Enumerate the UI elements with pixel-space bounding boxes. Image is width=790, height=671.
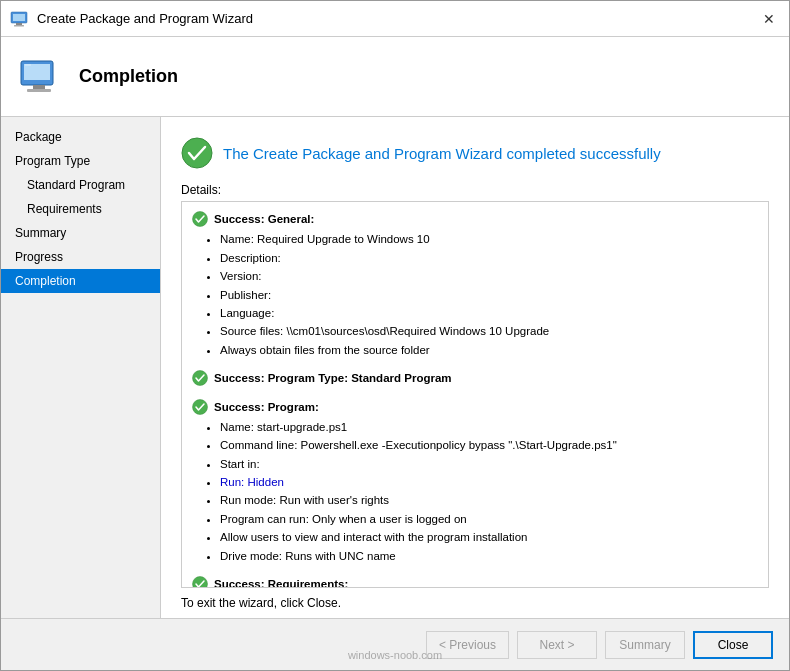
success-icon [181,137,213,169]
window-title: Create Package and Program Wizard [37,11,253,26]
sidebar-item-program-type[interactable]: Program Type [1,149,160,173]
list-item: Source files: \\cm01\sources\osd\Require… [220,322,758,340]
sidebar: Package Program Type Standard Program Re… [1,117,161,618]
list-item: Publisher: [220,286,758,304]
list-item: Run mode: Run with user's rights [220,491,758,509]
section-program-title: Success: Program: [214,398,319,416]
window-icon [9,9,29,29]
list-item: Allow users to view and interact with th… [220,528,758,546]
sidebar-item-standard-program[interactable]: Standard Program [1,173,160,197]
svg-rect-5 [24,64,50,80]
svg-point-11 [193,371,208,386]
svg-point-12 [193,399,208,414]
sidebar-item-package[interactable]: Package [1,125,160,149]
previous-button[interactable]: < Previous [426,631,509,659]
header-title: Completion [79,66,178,87]
footer: < Previous Next > Summary Close [1,618,789,670]
svg-rect-1 [13,14,25,21]
section-general-list: Name: Required Upgrade to Windows 10 Des… [192,230,758,359]
check-icon-req [192,576,208,588]
list-item: Start in: [220,455,758,473]
list-item: Command line: Powershell.exe -Executionp… [220,436,758,454]
section-program-type: Success: Program Type: Standard Program [192,369,758,387]
check-icon-program-type [192,370,208,386]
check-icon-general [192,211,208,227]
window-close-button[interactable]: ✕ [757,7,781,31]
details-box[interactable]: Success: General: Name: Required Upgrade… [181,201,769,588]
next-button[interactable]: Next > [517,631,597,659]
section-general: Success: General: Name: Required Upgrade… [192,210,758,359]
main-content: The Create Package and Program Wizard co… [161,117,789,618]
section-req-title: Success: Requirements: [214,575,348,588]
svg-rect-3 [14,25,24,27]
list-item: Drive mode: Runs with UNC name [220,547,758,565]
svg-rect-7 [27,89,51,92]
list-item: Program can run: Only when a user is log… [220,510,758,528]
list-item: Always obtain files from the source fold… [220,341,758,359]
list-item: Name: Required Upgrade to Windows 10 [220,230,758,248]
close-button[interactable]: Close [693,631,773,659]
list-item: Run: Hidden [220,473,758,491]
list-item: Version: [220,267,758,285]
svg-point-9 [182,138,212,168]
section-req: Success: Requirements: Platforms support… [192,575,758,588]
sidebar-item-completion[interactable]: Completion [1,269,160,293]
sidebar-item-progress[interactable]: Progress [1,245,160,269]
sidebar-item-summary[interactable]: Summary [1,221,160,245]
svg-point-10 [193,212,208,227]
header-icon [17,53,65,101]
success-message: The Create Package and Program Wizard co… [223,145,661,162]
details-label: Details: [161,179,789,201]
list-item: Language: [220,304,758,322]
sidebar-item-requirements[interactable]: Requirements [1,197,160,221]
check-icon-program [192,399,208,415]
svg-rect-6 [33,85,45,89]
section-general-title: Success: General: [214,210,314,228]
section-program: Success: Program: Name: start-upgrade.ps… [192,398,758,566]
section-program-list: Name: start-upgrade.ps1 Command line: Po… [192,418,758,565]
svg-rect-2 [16,23,22,25]
list-item: Name: start-upgrade.ps1 [220,418,758,436]
exit-note: To exit the wizard, click Close. [161,588,789,618]
section-program-type-title: Success: Program Type: Standard Program [214,369,452,387]
summary-button[interactable]: Summary [605,631,685,659]
list-item: Description: [220,249,758,267]
